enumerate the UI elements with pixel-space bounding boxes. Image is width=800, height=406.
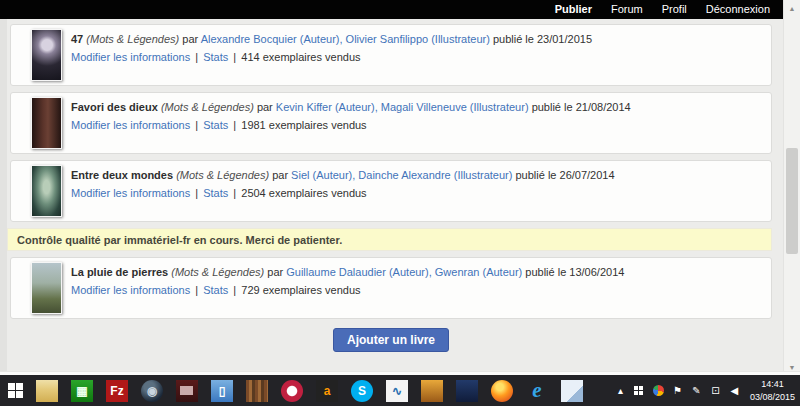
book-info: Favori des dieux (Mots & Légendes) par K… xyxy=(71,97,631,149)
pen-input-icon[interactable]: ✎ xyxy=(691,385,702,397)
desktop-screen: Publier Forum Profil Déconnexion 47 (Mot… xyxy=(0,0,800,406)
book-series: (Mots & Légendes) xyxy=(161,101,254,113)
book-cover-thumbnail[interactable] xyxy=(31,165,62,217)
stats-link[interactable]: Stats xyxy=(203,51,228,63)
book-published-date: publié le 26/07/2014 xyxy=(516,169,615,181)
site-header: Publier Forum Profil Déconnexion xyxy=(0,0,783,19)
file-explorer-icon[interactable] xyxy=(36,380,58,402)
calibre-library-icon[interactable] xyxy=(246,380,268,402)
by-label: par xyxy=(182,33,198,45)
menu-item-profil[interactable]: Profil xyxy=(662,0,687,19)
book-published-date: publié le 13/06/2014 xyxy=(525,266,624,278)
book-published-date: publié le 23/01/2015 xyxy=(493,33,592,45)
clock-date: 03/08/2015 xyxy=(750,391,795,403)
openoffice-icon[interactable]: ∿ xyxy=(386,380,408,402)
by-label: par xyxy=(257,101,273,113)
book-card: Entre deux mondes (Mots & Légendes) par … xyxy=(10,160,772,222)
skype-icon[interactable]: S xyxy=(351,380,373,402)
start-button[interactable] xyxy=(8,383,23,398)
action-center-flag-icon[interactable]: ⚑ xyxy=(672,385,683,397)
edit-info-link[interactable]: Modifier les informations xyxy=(71,187,190,199)
hidden-icons-arrow[interactable]: ▴ xyxy=(615,385,626,397)
alarm-clock-icon[interactable] xyxy=(281,380,303,402)
book-info: La pluie de pierres (Mots & Légendes) pa… xyxy=(71,262,624,314)
copies-sold: 2504 exemplaires vendus xyxy=(241,187,366,199)
clock-time: 14:41 xyxy=(750,378,795,390)
steam-icon[interactable]: ◉ xyxy=(141,380,163,402)
scrollbar-thumb[interactable] xyxy=(786,148,798,254)
book-authors-link[interactable]: Kevin Kiffer (Auteur), Magali Villeneuve… xyxy=(276,101,529,113)
separator: | xyxy=(195,284,198,296)
edit-info-link[interactable]: Modifier les informations xyxy=(71,284,190,296)
separator: | xyxy=(233,119,236,131)
edit-info-link[interactable]: Modifier les informations xyxy=(71,119,190,131)
amazon-search-icon[interactable]: a xyxy=(316,380,338,402)
book-published-date: publié le 21/08/2014 xyxy=(532,101,631,113)
stats-link[interactable]: Stats xyxy=(203,284,228,296)
book-series: (Mots & Légendes) xyxy=(86,33,179,45)
menu-item-forum[interactable]: Forum xyxy=(611,0,643,19)
book-cover-thumbnail[interactable] xyxy=(31,97,62,149)
book-info: 47 (Mots & Légendes) par Alexandre Bocqu… xyxy=(71,29,592,81)
copies-sold: 414 exemplaires vendus xyxy=(241,51,360,63)
book-authors-link[interactable]: Guillaume Dalaudier (Auteur), Gwenran (A… xyxy=(286,266,522,278)
scroll-up-icon[interactable]: ▲ xyxy=(784,1,800,15)
book-title: Favori des dieux xyxy=(71,101,158,113)
by-label: par xyxy=(272,169,288,181)
windows-taskbar: ▦Fz◉▯aS∿e ▴⚑✎⊡◀ 14:41 03/08/2015 xyxy=(0,375,800,406)
tray-app-circle-icon[interactable] xyxy=(653,385,664,396)
book-title: La pluie de pierres xyxy=(71,266,168,278)
book-authors-link[interactable]: Siel (Auteur), Dainche Alexandre (Illust… xyxy=(291,169,512,181)
kobo-reader-icon[interactable] xyxy=(456,380,478,402)
book-cover-thumbnail[interactable] xyxy=(31,29,62,81)
separator: | xyxy=(233,51,236,63)
book-info: Entre deux mondes (Mots & Légendes) par … xyxy=(71,165,615,217)
menu-item-deconnexion[interactable]: Déconnexion xyxy=(706,0,770,19)
firefox-icon[interactable] xyxy=(491,380,513,402)
add-book-button[interactable]: Ajouter un livre xyxy=(333,328,449,352)
book-series: (Mots & Légendes) xyxy=(171,266,264,278)
photo-viewer-icon[interactable] xyxy=(176,380,198,402)
book-title: Entre deux mondes xyxy=(71,169,173,181)
tray-windows-icon[interactable] xyxy=(634,386,645,395)
copies-sold: 729 exemplaires vendus xyxy=(241,284,360,296)
edit-info-link[interactable]: Modifier les informations xyxy=(71,51,190,63)
separator: | xyxy=(195,51,198,63)
menu-item-publier[interactable]: Publier xyxy=(555,0,592,19)
volume-icon[interactable]: ◀ xyxy=(729,385,740,397)
book-card: La pluie de pierres (Mots & Légendes) pa… xyxy=(10,257,772,319)
calculator-icon[interactable]: ▦ xyxy=(71,380,93,402)
kindle-icon[interactable] xyxy=(421,380,443,402)
separator: | xyxy=(195,187,198,199)
book-list: 47 (Mots & Légendes) par Alexandre Bocqu… xyxy=(7,19,783,371)
filezilla-icon[interactable]: Fz xyxy=(106,380,128,402)
separator: | xyxy=(233,284,236,296)
page-left-gutter xyxy=(0,19,7,371)
copies-sold: 1981 exemplaires vendus xyxy=(241,119,366,131)
book-title: 47 xyxy=(71,33,83,45)
stats-link[interactable]: Stats xyxy=(203,119,228,131)
book-authors-link[interactable]: Alexandre Bocquier (Auteur), Olivier San… xyxy=(201,33,490,45)
internet-explorer-icon[interactable]: e xyxy=(526,380,548,402)
vertical-scrollbar[interactable]: ▲ ▼ xyxy=(783,0,800,375)
separator: | xyxy=(195,119,198,131)
system-tray: ▴⚑✎⊡◀ 14:41 03/08/2015 xyxy=(615,378,800,402)
separator: | xyxy=(233,187,236,199)
taskbar-icons: ▦Fz◉▯aS∿e xyxy=(8,380,583,402)
network-icon[interactable]: ⊡ xyxy=(710,385,721,397)
by-label: par xyxy=(267,266,283,278)
stats-link[interactable]: Stats xyxy=(203,187,228,199)
book-cover-thumbnail[interactable] xyxy=(31,262,62,314)
device-sync-icon[interactable]: ▯ xyxy=(211,380,233,402)
taskbar-clock[interactable]: 14:41 03/08/2015 xyxy=(750,378,795,402)
book-card: 47 (Mots & Légendes) par Alexandre Bocqu… xyxy=(10,24,772,86)
book-card: Favori des dieux (Mots & Légendes) par K… xyxy=(10,92,772,154)
notepad-document-icon[interactable] xyxy=(561,380,583,402)
book-series: (Mots & Légendes) xyxy=(176,169,269,181)
quality-control-notice: Contrôle qualité par immatériel-fr en co… xyxy=(7,228,772,251)
